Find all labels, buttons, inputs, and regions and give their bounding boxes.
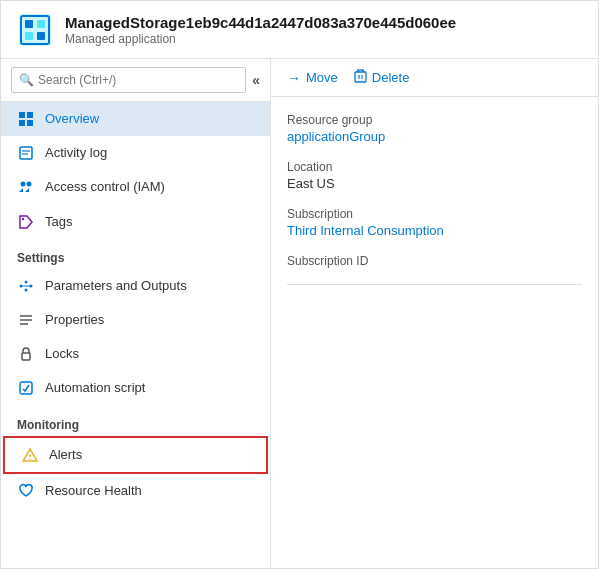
move-button[interactable]: → Move xyxy=(287,70,338,86)
sidebar-item-overview[interactable]: Overview xyxy=(1,102,270,136)
sidebar-item-resource-health[interactable]: Resource Health xyxy=(1,474,270,508)
sidebar-label-locks: Locks xyxy=(45,345,79,363)
sidebar-label-activity-log: Activity log xyxy=(45,144,107,162)
move-label: Move xyxy=(306,70,338,85)
overview-icon xyxy=(17,110,35,128)
main-layout: 🔍 « Overview Activity log xyxy=(1,59,598,568)
delete-label: Delete xyxy=(372,70,410,85)
svg-rect-25 xyxy=(22,353,30,360)
sidebar-label-alerts: Alerts xyxy=(49,446,82,464)
sidebar-item-access-control[interactable]: Access control (IAM) xyxy=(1,170,270,204)
location-item: Location East US xyxy=(287,160,582,191)
monitoring-section-label: Monitoring xyxy=(1,406,270,436)
svg-rect-26 xyxy=(20,382,32,394)
svg-rect-8 xyxy=(19,120,25,126)
app-subtitle: Managed application xyxy=(65,32,456,46)
iam-icon xyxy=(17,178,35,196)
app-container: ManagedStorage1eb9c44d1a2447d083a370e445… xyxy=(0,0,599,569)
automation-icon xyxy=(17,379,35,397)
svg-point-14 xyxy=(27,182,32,187)
svg-point-20 xyxy=(25,288,28,291)
svg-rect-3 xyxy=(37,20,45,28)
sidebar-item-parameters[interactable]: Parameters and Outputs xyxy=(1,269,270,303)
activity-log-icon xyxy=(17,144,35,162)
svg-rect-4 xyxy=(25,32,33,40)
svg-rect-2 xyxy=(25,20,33,28)
svg-point-18 xyxy=(25,280,28,283)
alerts-icon xyxy=(21,446,39,464)
header-text: ManagedStorage1eb9c44d1a2447d083a370e445… xyxy=(65,13,456,47)
sidebar-item-locks[interactable]: Locks xyxy=(1,337,270,371)
svg-point-29 xyxy=(29,458,31,460)
toolbar: → Move Delete xyxy=(271,59,598,97)
resource-group-value[interactable]: applicationGroup xyxy=(287,129,582,144)
subscription-label: Subscription xyxy=(287,207,582,221)
sidebar-label-access-control: Access control (IAM) xyxy=(45,178,165,196)
sidebar-label-tags: Tags xyxy=(45,213,72,231)
sidebar-label-properties: Properties xyxy=(45,311,104,329)
svg-marker-15 xyxy=(20,216,32,228)
svg-rect-30 xyxy=(355,72,366,82)
sidebar: 🔍 « Overview Activity log xyxy=(1,59,271,568)
subscription-id-label: Subscription ID xyxy=(287,254,582,268)
details-divider xyxy=(287,284,582,285)
delete-button[interactable]: Delete xyxy=(354,69,410,86)
svg-rect-5 xyxy=(37,32,45,40)
content-panel: → Move Delete Resource group application… xyxy=(271,59,598,568)
svg-rect-9 xyxy=(27,120,33,126)
subscription-id-item: Subscription ID xyxy=(287,254,582,268)
collapse-button[interactable]: « xyxy=(252,72,260,88)
sidebar-label-overview: Overview xyxy=(45,110,99,128)
sidebar-label-parameters: Parameters and Outputs xyxy=(45,277,187,295)
sidebar-label-automation: Automation script xyxy=(45,379,145,397)
svg-point-16 xyxy=(22,217,24,219)
resource-group-label: Resource group xyxy=(287,113,582,127)
svg-rect-10 xyxy=(20,147,32,159)
sidebar-item-activity-log[interactable]: Activity log xyxy=(1,136,270,170)
resource-group-item: Resource group applicationGroup xyxy=(287,113,582,144)
subscription-item: Subscription Third Internal Consumption xyxy=(287,207,582,238)
sidebar-label-resource-health: Resource Health xyxy=(45,482,142,500)
svg-rect-6 xyxy=(19,112,25,118)
search-input[interactable] xyxy=(11,67,246,93)
resource-health-icon xyxy=(17,482,35,500)
delete-icon xyxy=(354,69,367,86)
sidebar-item-tags[interactable]: Tags xyxy=(1,205,270,239)
locks-icon xyxy=(17,345,35,363)
parameters-icon xyxy=(17,277,35,295)
header: ManagedStorage1eb9c44d1a2447d083a370e445… xyxy=(1,1,598,59)
svg-rect-7 xyxy=(27,112,33,118)
sidebar-item-properties[interactable]: Properties xyxy=(1,303,270,337)
app-title: ManagedStorage1eb9c44d1a2447d083a370e445… xyxy=(65,13,456,33)
svg-rect-0 xyxy=(19,14,51,46)
move-arrow-icon: → xyxy=(287,70,301,86)
location-value: East US xyxy=(287,176,582,191)
properties-icon xyxy=(17,311,35,329)
subscription-value[interactable]: Third Internal Consumption xyxy=(287,223,582,238)
sidebar-item-alerts[interactable]: Alerts xyxy=(3,436,268,474)
sidebar-item-automation[interactable]: Automation script xyxy=(1,371,270,405)
details-section: Resource group applicationGroup Location… xyxy=(271,97,598,309)
svg-point-13 xyxy=(21,182,26,187)
search-icon: 🔍 xyxy=(19,73,34,87)
tags-icon xyxy=(17,213,35,231)
search-container: 🔍 « xyxy=(1,59,270,102)
location-label: Location xyxy=(287,160,582,174)
settings-section-label: Settings xyxy=(1,239,270,269)
managed-application-icon xyxy=(17,12,53,48)
